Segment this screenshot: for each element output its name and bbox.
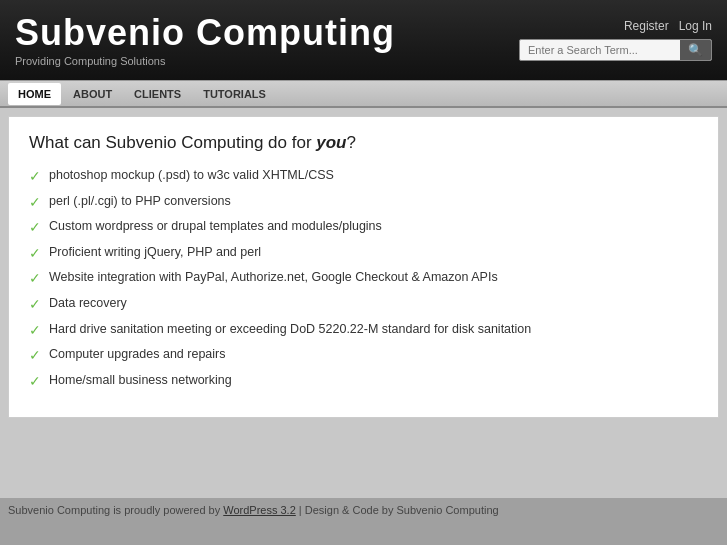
content-area: What can Subvenio Computing do for you? … (8, 116, 719, 418)
header-links: Register Log In (624, 19, 712, 33)
nav-item-clients[interactable]: CLIENTS (124, 83, 191, 105)
list-item: ✓Data recovery (29, 295, 698, 315)
footer-text-after: | Design & Code by Subvenio Computing (296, 504, 499, 516)
checkmark-icon: ✓ (29, 244, 41, 264)
site-title: Subvenio Computing (15, 13, 395, 53)
list-item: ✓Proficient writing jQuery, PHP and perl (29, 244, 698, 264)
footer-text-before: Subvenio Computing is proudly powered by (8, 504, 223, 516)
checkmark-icon: ✓ (29, 167, 41, 187)
content-title: What can Subvenio Computing do for you? (29, 133, 698, 153)
wordpress-link[interactable]: WordPress 3.2 (223, 504, 296, 516)
checkmark-icon: ✓ (29, 269, 41, 289)
nav-item-tutorials[interactable]: TUTORIALS (193, 83, 276, 105)
list-item: ✓Home/small business networking (29, 372, 698, 392)
login-link[interactable]: Log In (679, 19, 712, 33)
checkmark-icon: ✓ (29, 218, 41, 238)
header-left: Subvenio Computing Providing Computing S… (15, 13, 395, 67)
footer: Subvenio Computing is proudly powered by… (0, 498, 727, 522)
checkmark-icon: ✓ (29, 193, 41, 213)
search-button[interactable]: 🔍 (680, 40, 711, 60)
navigation: HOME ABOUT CLIENTS TUTORIALS (0, 80, 727, 108)
list-item: ✓Custom wordpress or drupal templates an… (29, 218, 698, 238)
main-wrapper: What can Subvenio Computing do for you? … (0, 108, 727, 498)
list-item: ✓Website integration with PayPal, Author… (29, 269, 698, 289)
checkmark-icon: ✓ (29, 372, 41, 392)
search-bar: 🔍 (519, 39, 712, 61)
register-link[interactable]: Register (624, 19, 669, 33)
checkmark-icon: ✓ (29, 295, 41, 315)
service-list: ✓photoshop mockup (.psd) to w3c valid XH… (29, 167, 698, 391)
header-right: Register Log In 🔍 (519, 19, 712, 61)
list-item: ✓Computer upgrades and repairs (29, 346, 698, 366)
list-item: ✓photoshop mockup (.psd) to w3c valid XH… (29, 167, 698, 187)
site-header: Subvenio Computing Providing Computing S… (0, 0, 727, 80)
list-item: ✓Hard drive sanitation meeting or exceed… (29, 321, 698, 341)
search-input[interactable] (520, 40, 680, 60)
site-tagline: Providing Computing Solutions (15, 55, 395, 67)
checkmark-icon: ✓ (29, 346, 41, 366)
checkmark-icon: ✓ (29, 321, 41, 341)
nav-item-about[interactable]: ABOUT (63, 83, 122, 105)
list-item: ✓perl (.pl/.cgi) to PHP conversions (29, 193, 698, 213)
nav-item-home[interactable]: HOME (8, 83, 61, 105)
